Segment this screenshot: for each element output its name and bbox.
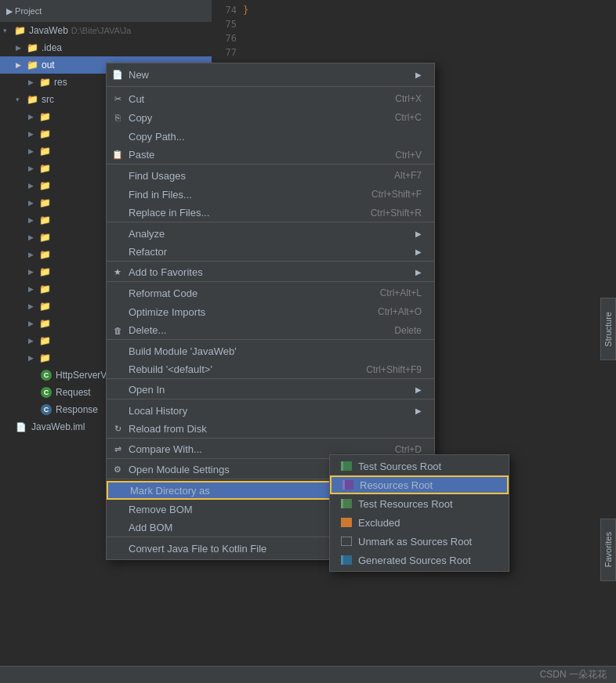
sf8-chevron: ▶ bbox=[28, 233, 38, 241]
code-line-76 bbox=[243, 31, 248, 45]
menu-reload-label: Reload from Disk bbox=[129, 423, 207, 435]
resources-icon bbox=[341, 479, 355, 491]
menu-module-settings-label: Open Module Settings bbox=[129, 464, 230, 475]
menu-delete-label: Delete... bbox=[129, 324, 166, 336]
favorites-tab-label: Favorites bbox=[603, 532, 613, 567]
menu-item-find-usages[interactable]: Find Usages Alt+F7 bbox=[107, 166, 434, 185]
submenu-resources-root[interactable]: Resources Root bbox=[330, 475, 509, 494]
open-in-icon bbox=[111, 384, 124, 396]
menu-copy-label: Copy bbox=[129, 112, 152, 124]
gen-sources-icon bbox=[339, 554, 353, 566]
compare-icon: ⇌ bbox=[111, 443, 124, 456]
copy-shortcut: Ctrl+C bbox=[395, 112, 422, 123]
rebuild-icon bbox=[111, 363, 124, 376]
code-line-74: } bbox=[243, 3, 248, 17]
submenu-excluded[interactable]: Excluded bbox=[330, 513, 509, 532]
menu-item-copy-path[interactable]: Copy Path... bbox=[107, 127, 434, 146]
menu-item-reformat[interactable]: Reformat Code Ctrl+Alt+L bbox=[107, 284, 434, 302]
iml-icon: 📄 bbox=[16, 422, 28, 432]
sf1-icon: 📁 bbox=[39, 111, 51, 122]
response-label: Response bbox=[56, 404, 98, 415]
sf2-chevron: ▶ bbox=[28, 130, 38, 138]
menu-item-refactor[interactable]: Refactor ▶ bbox=[107, 243, 434, 262]
sidebar-item-idea[interactable]: ▶ 📁 .idea bbox=[0, 39, 212, 56]
status-bar: CSDN 一朵花花 bbox=[0, 666, 616, 683]
line-76: 76 bbox=[212, 31, 243, 45]
menu-add-bom-label: Add BOM bbox=[129, 522, 172, 533]
sf14-chevron: ▶ bbox=[28, 337, 38, 345]
test-resources-icon bbox=[339, 497, 353, 510]
sf9-chevron: ▶ bbox=[28, 251, 38, 258]
svg-rect-3 bbox=[342, 480, 345, 490]
menu-item-copy[interactable]: ⎘ Copy Ctrl+C bbox=[107, 108, 434, 127]
favorites-icon: ★ bbox=[111, 266, 124, 279]
reformat-shortcut: Ctrl+Alt+L bbox=[380, 287, 422, 298]
sf14-icon: 📁 bbox=[39, 335, 51, 346]
refactor-icon bbox=[111, 246, 124, 258]
resources-root-label: Resources Root bbox=[360, 479, 433, 491]
unmark-icon bbox=[339, 535, 353, 547]
menu-compare-label: Compare With... bbox=[129, 443, 202, 455]
submenu-unmark[interactable]: Unmark as Sources Root bbox=[330, 532, 509, 551]
menu-item-find-files[interactable]: Find in Files... Ctrl+Shift+F bbox=[107, 185, 434, 204]
menu-item-paste[interactable]: 📋 Paste Ctrl+V bbox=[107, 146, 434, 164]
delete-shortcut: Delete bbox=[394, 325, 422, 336]
sidebar-item-javaweb[interactable]: ▾ 📁 JavaWeb D:\Bite\JAVA\Ja bbox=[0, 22, 212, 39]
favorites-arrow: ▶ bbox=[415, 268, 422, 276]
status-text: CSDN 一朵花花 bbox=[540, 668, 607, 681]
menu-item-build[interactable]: Build Module 'JavaWeb' bbox=[107, 342, 434, 360]
menu-item-replace-files[interactable]: Replace in Files... Ctrl+Shift+R bbox=[107, 204, 434, 222]
expand-chevron: ▾ bbox=[3, 27, 13, 34]
menu-item-reload[interactable]: ↻ Reload from Disk bbox=[107, 420, 434, 439]
menu-convert-kotlin-label: Convert Java File to Kotlin File bbox=[129, 543, 266, 555]
history-arrow: ▶ bbox=[415, 407, 422, 415]
menu-new-label: New bbox=[129, 69, 149, 81]
submenu-test-sources[interactable]: Test Sources Root bbox=[330, 457, 509, 475]
request-file-icon: C bbox=[41, 387, 52, 398]
test-resources-label: Test Resources Root bbox=[358, 498, 453, 510]
excluded-label: Excluded bbox=[358, 517, 400, 529]
sf15-icon: 📁 bbox=[39, 352, 51, 363]
menu-item-new[interactable]: 📄 New ▶ bbox=[107, 65, 434, 84]
optimize-shortcut: Ctrl+Alt+O bbox=[378, 306, 422, 317]
sf9-icon: 📁 bbox=[39, 249, 51, 260]
new-icon: 📄 bbox=[111, 68, 124, 81]
res-folder-icon: 📁 bbox=[39, 77, 51, 88]
http-label: HttpServerV3 bbox=[56, 370, 112, 381]
menu-item-delete[interactable]: 🗑 Delete... Delete bbox=[107, 321, 434, 340]
sf10-chevron: ▶ bbox=[28, 268, 38, 276]
out-folder-icon: 📁 bbox=[27, 60, 38, 70]
favorites-tab[interactable]: Favorites bbox=[600, 519, 616, 581]
replace-shortcut: Ctrl+Shift+R bbox=[371, 208, 422, 219]
analyze-arrow: ▶ bbox=[415, 229, 422, 238]
menu-item-analyze[interactable]: Analyze ▶ bbox=[107, 224, 434, 243]
delete-icon: 🗑 bbox=[111, 324, 124, 337]
structure-tab[interactable]: Structure bbox=[600, 298, 616, 360]
add-bom-icon bbox=[111, 522, 124, 534]
cut-shortcut: Ctrl+X bbox=[395, 93, 422, 104]
res-chevron: ▶ bbox=[28, 78, 38, 86]
src-folder-icon: 📁 bbox=[27, 94, 38, 105]
line-77: 77 bbox=[212, 45, 243, 60]
sf1-chevron: ▶ bbox=[28, 113, 38, 121]
paste-icon: 📋 bbox=[111, 149, 124, 161]
sf8-icon: 📁 bbox=[39, 232, 51, 243]
src-label: src bbox=[42, 94, 54, 105]
sf3-chevron: ▶ bbox=[28, 147, 38, 155]
svg-rect-6 bbox=[341, 518, 352, 527]
menu-item-optimize[interactable]: Optimize Imports Ctrl+Alt+O bbox=[107, 302, 434, 321]
menu-item-rebuild[interactable]: Rebuild '<default>' Ctrl+Shift+F9 bbox=[107, 360, 434, 379]
menu-item-open-in[interactable]: Open In ▶ bbox=[107, 381, 434, 399]
sf2-icon: 📁 bbox=[39, 128, 51, 139]
svg-rect-1 bbox=[341, 461, 343, 471]
menu-item-local-history[interactable]: Local History ▶ bbox=[107, 401, 434, 420]
menu-open-in-label: Open In bbox=[129, 384, 165, 396]
sf13-icon: 📁 bbox=[39, 318, 51, 329]
menu-item-cut[interactable]: ✂ Cut Ctrl+X bbox=[107, 89, 434, 108]
open-in-arrow: ▶ bbox=[415, 385, 422, 394]
sf4-chevron: ▶ bbox=[28, 164, 38, 172]
excluded-icon bbox=[339, 516, 353, 529]
submenu-test-resources[interactable]: Test Resources Root bbox=[330, 494, 509, 513]
menu-item-favorites[interactable]: ★ Add to Favorites ▶ bbox=[107, 263, 434, 282]
submenu-generated-sources[interactable]: Generated Sources Root bbox=[330, 551, 509, 569]
